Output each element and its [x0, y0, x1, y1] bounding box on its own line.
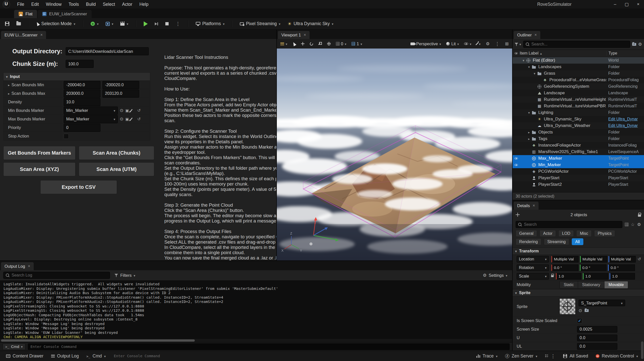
close-icon[interactable] [304, 33, 306, 37]
filter-chip[interactable]: Rendering [516, 238, 541, 245]
outliner-search-input[interactable] [532, 42, 628, 47]
outliner-row[interactable]: ProceduralFol...eVolumeGrass ProceduralF… [513, 77, 644, 83]
outliner-row[interactable]: PlayerStart2 PlayerStart [513, 181, 644, 188]
close-icon[interactable] [28, 264, 30, 268]
details-settings-icon[interactable] [637, 222, 641, 227]
expand-arrow-icon[interactable] [527, 110, 531, 115]
mobility-option[interactable]: Movable [604, 281, 628, 288]
actor-type[interactable]: Landscape [606, 91, 644, 95]
menu-item[interactable]: Actor [119, 1, 135, 8]
close-icon[interactable] [533, 203, 535, 208]
outliner-search-box[interactable] [523, 41, 630, 48]
outliner-row[interactable]: PCGWorldActor PCGWorldActor [513, 168, 644, 175]
grid-snap-dropdown[interactable]: 1 [350, 40, 364, 47]
expand-arrow-icon[interactable] [532, 71, 537, 76]
visibility-eye-icon[interactable] [514, 157, 518, 160]
actor-type[interactable]: PCGWorldActor [606, 169, 644, 174]
tab-output-log[interactable]: Output Log [1, 262, 34, 270]
actor-type[interactable]: Edit Ultra_Dynar [606, 123, 644, 128]
outliner-row[interactable]: InstancedFoliageActor InstancedFoliag [513, 142, 644, 149]
ultra-dynamic-sky-dropdown[interactable]: Ultra Dynamic Sky [285, 20, 335, 28]
outliner-column-header[interactable]: Item Label ▲ Type [513, 50, 644, 57]
expander-icon[interactable] [8, 91, 10, 96]
log-search-input[interactable] [12, 273, 107, 278]
browse-to-icon[interactable] [120, 116, 123, 122]
scan-area-utm-button[interactable]: Scan Area (UTM) [79, 162, 154, 176]
eyedropper-icon[interactable] [130, 109, 133, 112]
statusbar-console-input[interactable]: Enter Console Command [114, 354, 160, 358]
browse-to-icon[interactable] [120, 108, 123, 113]
close-button[interactable]: × [632, 1, 644, 8]
actor-type[interactable]: Folder [606, 110, 644, 115]
viewport-settings-button[interactable] [484, 40, 491, 48]
vector-component-field[interactable]: Multiple Val [551, 256, 579, 262]
scan-area-xyz-button[interactable]: Scan Area (XYZ) [3, 162, 75, 176]
platforms-dropdown[interactable]: Platforms [194, 20, 226, 28]
outliner-row[interactable]: Ultra_Dynamic_Weather Edit Ultra_Dynar [513, 122, 644, 129]
reset-to-default-icon[interactable] [638, 257, 641, 261]
screen-size-field[interactable]: 0.0025 [577, 326, 617, 333]
maximize-button[interactable]: ▢ [621, 1, 632, 8]
actor-type[interactable]: TargetPoint [606, 163, 644, 167]
cinematics-dropdown[interactable] [118, 20, 130, 28]
move-tool-button[interactable] [299, 41, 306, 47]
open-asset-icon[interactable] [585, 309, 589, 312]
outliner-row[interactable]: MarsRover2025_CtrlRig_Take1 LevelSequenc… [513, 149, 644, 155]
scan-bounds-min-y-field[interactable]: -200020.0 [102, 81, 139, 89]
vector-component-field[interactable]: Multiple Val [609, 256, 636, 262]
view-effects-dropdown[interactable] [475, 40, 482, 47]
u-field[interactable]: 0.0 [577, 335, 617, 341]
scan-bounds-max-x-field[interactable]: 203000.0 [64, 89, 100, 98]
actor-type[interactable]: Edit Ultra_Dynar [606, 117, 644, 121]
outliner-row[interactable]: Lighting Folder [513, 109, 644, 116]
unreal-logo-icon[interactable] [3, 1, 10, 8]
input-section-header[interactable]: Input [4, 73, 150, 80]
filter-chip[interactable]: All [572, 238, 583, 245]
filter-chip[interactable]: General [516, 230, 537, 237]
tab-euw-lidarscanner[interactable]: EUW_LidarScanner [38, 10, 91, 18]
get-bounds-from-markers-button[interactable]: Get Bounds From Markers [3, 146, 75, 160]
immersive-mode-button[interactable] [504, 40, 510, 48]
outliner-row[interactable]: Grass Folder [513, 70, 644, 77]
vector-component-field[interactable]: 1.0 [583, 273, 608, 280]
log-horizontal-scrollbar[interactable] [0, 339, 512, 342]
density-field[interactable]: 10.0 [64, 98, 100, 106]
vector-component-field[interactable]: 0.0 ° [608, 264, 635, 271]
actor-type[interactable]: RuntimeVirtualT [606, 97, 644, 102]
show-flags-dropdown[interactable] [463, 40, 473, 47]
actor-type[interactable]: Folder [606, 65, 644, 69]
favorites-star-icon[interactable] [631, 222, 635, 227]
launchpad-button[interactable] [542, 351, 558, 361]
trace-dropdown[interactable]: Trace [473, 351, 501, 361]
filter-chip[interactable]: Actor [540, 230, 556, 237]
save-all-button[interactable] [3, 20, 11, 27]
outliner-row[interactable]: Ultra_Dynamic_Sky Edit Ultra_Dynar [513, 116, 644, 122]
cmd-dropdown[interactable]: Cmd [3, 343, 25, 350]
browse-to-asset-icon[interactable] [579, 308, 582, 313]
log-search-box[interactable] [3, 272, 110, 279]
actor-type[interactable]: Folder [606, 130, 644, 134]
add-actor-dropdown[interactable] [89, 20, 101, 28]
details-search-input[interactable] [524, 222, 620, 227]
outliner-row[interactable]: Flat (Editor) World [513, 57, 644, 64]
log-settings-dropdown[interactable]: Settings [481, 272, 509, 279]
stop-button[interactable] [163, 21, 171, 27]
cmd-statusbar-dropdown[interactable]: Cmd [83, 351, 109, 361]
is-screen-size-scaled-checkbox[interactable] [577, 318, 582, 323]
stop-action-checkbox[interactable] [64, 134, 69, 139]
outliner-row[interactable]: Objects Folder [513, 129, 644, 136]
outliner-row[interactable]: Landscape Landscape [513, 90, 644, 96]
outliner-row[interactable]: Max_Marker TargetPoint [513, 155, 644, 162]
actor-type[interactable]: TargetPoint [606, 156, 644, 161]
menu-item[interactable]: Window [43, 1, 64, 8]
outliner-row[interactable]: Min_Marker TargetPoint [513, 162, 644, 168]
reset-icon[interactable] [137, 117, 140, 121]
reset-icon[interactable] [137, 108, 140, 113]
column-type[interactable]: Type [606, 51, 644, 56]
tab-viewport-1[interactable]: Viewport 1 [278, 31, 310, 39]
play-button[interactable] [142, 20, 150, 28]
scale-tool-button[interactable] [317, 41, 323, 47]
actor-type[interactable]: PlayerStart [606, 176, 644, 180]
actor-type[interactable]: GeoReferencing [606, 84, 644, 89]
actor-type[interactable]: ProceduralFoliag [606, 78, 644, 82]
